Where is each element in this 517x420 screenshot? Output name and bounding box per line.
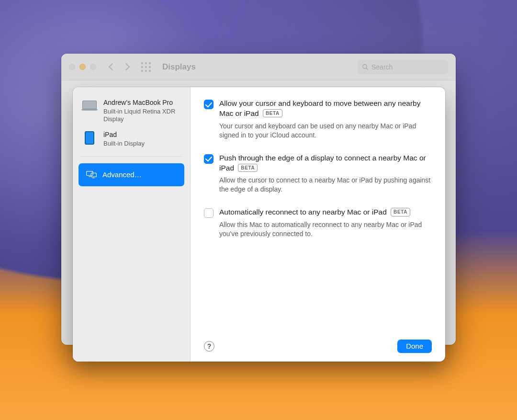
- window-traffic-lights: [69, 64, 96, 70]
- sheet-sidebar: Andrew's MacBook Pro Built-in Liquid Ret…: [73, 87, 191, 362]
- beta-badge: BETA: [391, 208, 410, 216]
- help-icon: ?: [207, 342, 212, 350]
- close-button[interactable]: [69, 64, 75, 70]
- macbook-icon: [81, 100, 98, 112]
- option-description: Allow the cursor to connect to a nearby …: [219, 176, 432, 194]
- sidebar-separator: [80, 156, 182, 157]
- advanced-display-sheet: Andrew's MacBook Pro Built-in Liquid Ret…: [73, 87, 445, 362]
- search-field[interactable]: Search: [357, 60, 448, 74]
- svg-rect-4: [91, 173, 96, 177]
- maximize-button[interactable]: [90, 64, 96, 70]
- device-subtitle: Built-in Liquid Retina XDR Display: [103, 108, 181, 124]
- sidebar-item-advanced[interactable]: Advanced…: [79, 163, 184, 186]
- help-button[interactable]: ?: [204, 341, 214, 352]
- advanced-label: Advanced…: [102, 170, 142, 179]
- device-subtitle: Built-in Display: [103, 140, 145, 148]
- sheet-content: Allow your cursor and keyboard to move b…: [191, 87, 445, 362]
- option-universal-control: Allow your cursor and keyboard to move b…: [204, 99, 432, 140]
- option-title: Automatically reconnect to any nearby Ma…: [219, 207, 432, 217]
- checkbox-push-through-edge[interactable]: [204, 154, 214, 164]
- beta-badge: BETA: [238, 164, 258, 172]
- search-icon: [362, 64, 369, 70]
- option-description: Allow this Mac to automatically reconnec…: [219, 220, 432, 238]
- minimize-button[interactable]: [79, 64, 86, 70]
- option-push-through-edge: Push through the edge of a display to co…: [204, 153, 432, 194]
- option-title: Push through the edge of a display to co…: [219, 153, 432, 173]
- done-button[interactable]: Done: [397, 340, 432, 353]
- beta-badge: BETA: [263, 109, 282, 118]
- search-placeholder: Search: [371, 63, 393, 71]
- device-name: iPad: [103, 131, 145, 139]
- displays-icon: [86, 170, 97, 179]
- sheet-footer: ? Done: [204, 340, 432, 353]
- svg-rect-2: [87, 171, 93, 175]
- forward-button[interactable]: [123, 63, 130, 71]
- device-name: Andrew's MacBook Pro: [103, 99, 181, 107]
- window-toolbar: Displays Search: [61, 54, 456, 80]
- device-item-ipad[interactable]: iPad Built-in Display: [78, 127, 185, 151]
- option-title: Allow your cursor and keyboard to move b…: [219, 99, 432, 119]
- svg-point-0: [363, 64, 367, 68]
- device-item-macbook[interactable]: Andrew's MacBook Pro Built-in Liquid Ret…: [78, 95, 185, 127]
- checkbox-universal-control[interactable]: [204, 100, 214, 109]
- ipad-icon: [81, 132, 98, 144]
- show-all-prefs-button[interactable]: [141, 62, 151, 72]
- back-button[interactable]: [109, 63, 116, 71]
- option-auto-reconnect: Automatically reconnect to any nearby Ma…: [204, 207, 432, 238]
- svg-line-1: [366, 68, 368, 69]
- window-title: Displays: [162, 62, 351, 72]
- option-description: Your cursor and keyboard can be used on …: [219, 122, 432, 140]
- checkbox-auto-reconnect[interactable]: [204, 208, 214, 218]
- nav-buttons: [110, 64, 129, 69]
